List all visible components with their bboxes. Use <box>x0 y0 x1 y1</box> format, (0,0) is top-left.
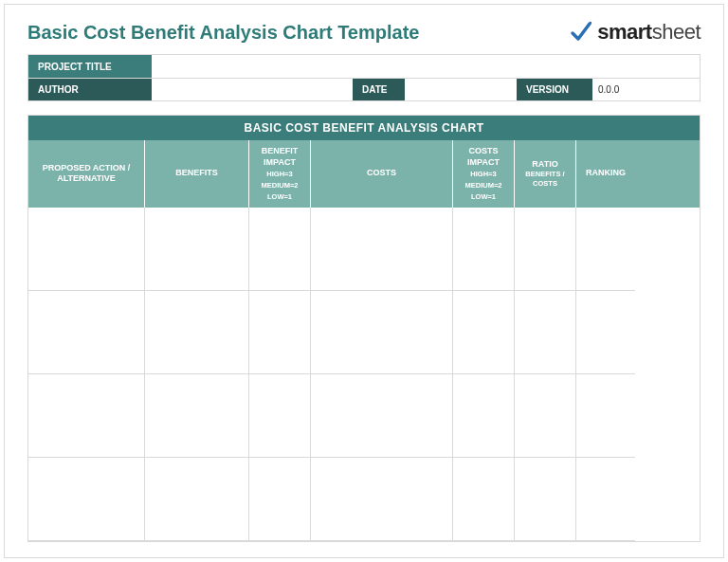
cell-benefit-impact[interactable] <box>249 291 311 374</box>
table-row <box>28 291 700 374</box>
cell-ratio[interactable] <box>515 374 576 458</box>
version-label: VERSION <box>517 79 592 100</box>
cell-costs-impact[interactable] <box>453 208 515 291</box>
cell-ratio[interactable] <box>515 291 576 374</box>
header: Basic Cost Benefit Analysis Chart Templa… <box>5 5 723 54</box>
spreadsheet-template: Basic Cost Benefit Analysis Chart Templa… <box>4 4 724 558</box>
table-row <box>28 374 700 458</box>
cell-ranking[interactable] <box>576 374 635 458</box>
analysis-chart: BASIC COST BENEFIT ANALYSIS CHART PROPOS… <box>27 115 701 542</box>
cell-action[interactable] <box>28 374 145 458</box>
project-title-input[interactable] <box>152 55 700 78</box>
chart-body <box>28 208 700 541</box>
table-row <box>28 208 700 291</box>
col-costs-impact: COSTS IMPACT HIGH=3 MEDIUM=2 LOW=1 <box>453 140 515 208</box>
cell-ranking[interactable] <box>576 291 635 374</box>
cell-benefit-impact[interactable] <box>249 374 311 458</box>
col-benefit-impact: BENEFIT IMPACT HIGH=3 MEDIUM=2 LOW=1 <box>249 140 311 208</box>
date-label: DATE <box>353 79 405 100</box>
col-action: PROPOSED ACTION / ALTERNATIVE <box>28 140 145 208</box>
cell-costs[interactable] <box>311 208 453 291</box>
cell-benefit-impact[interactable] <box>249 208 311 291</box>
version-input[interactable]: 0.0.0 <box>592 79 700 100</box>
col-ratio: RATIO BENEFITS / COSTS <box>515 140 576 208</box>
cell-costs[interactable] <box>311 374 453 458</box>
project-title-label: PROJECT TITLE <box>28 55 152 78</box>
col-costs: COSTS <box>311 140 453 208</box>
cell-ratio[interactable] <box>515 458 576 541</box>
checkmark-icon <box>569 20 593 45</box>
author-label: AUTHOR <box>28 79 152 100</box>
cell-costs-impact[interactable] <box>453 458 515 541</box>
col-benefits: BENEFITS <box>145 140 249 208</box>
meta-row-details: AUTHOR DATE VERSION 0.0.0 <box>28 78 700 100</box>
cell-action[interactable] <box>28 458 145 541</box>
cell-benefits[interactable] <box>145 374 249 458</box>
cell-benefits[interactable] <box>145 291 249 374</box>
cell-benefit-impact[interactable] <box>249 458 311 541</box>
col-ranking: RANKING <box>576 140 635 208</box>
svg-point-0 <box>590 22 592 24</box>
meta-table: PROJECT TITLE AUTHOR DATE VERSION 0.0.0 <box>27 54 701 101</box>
cell-costs-impact[interactable] <box>453 374 515 458</box>
author-input[interactable] <box>152 79 353 100</box>
meta-row-project: PROJECT TITLE <box>28 55 700 78</box>
brand-logo: smartsheet <box>569 20 701 45</box>
chart-title: BASIC COST BENEFIT ANALYSIS CHART <box>28 116 700 140</box>
cell-action[interactable] <box>28 291 145 374</box>
cell-benefits[interactable] <box>145 458 249 541</box>
date-input[interactable] <box>405 79 517 100</box>
cell-costs-impact[interactable] <box>453 291 515 374</box>
cell-ratio[interactable] <box>515 208 576 291</box>
cell-costs[interactable] <box>311 291 453 374</box>
cell-action[interactable] <box>28 208 145 291</box>
cell-benefits[interactable] <box>145 208 249 291</box>
chart-header-row: PROPOSED ACTION / ALTERNATIVE BENEFITS B… <box>28 140 700 208</box>
table-row <box>28 458 700 541</box>
page-title: Basic Cost Benefit Analysis Chart Templa… <box>27 22 419 44</box>
cell-costs[interactable] <box>311 458 453 541</box>
cell-ranking[interactable] <box>576 208 635 291</box>
cell-ranking[interactable] <box>576 458 635 541</box>
brand-name: smartsheet <box>597 20 701 45</box>
